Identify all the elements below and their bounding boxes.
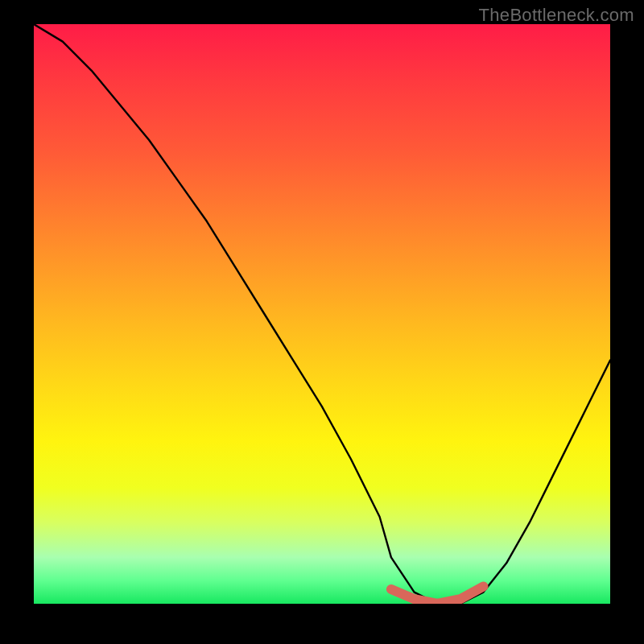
optimal-range-marker-path [391, 586, 484, 604]
chart-plot-area [34, 24, 610, 604]
watermark-text: TheBottleneck.com [479, 5, 634, 26]
bottleneck-curve-path [34, 24, 610, 604]
chart-svg [34, 24, 610, 604]
